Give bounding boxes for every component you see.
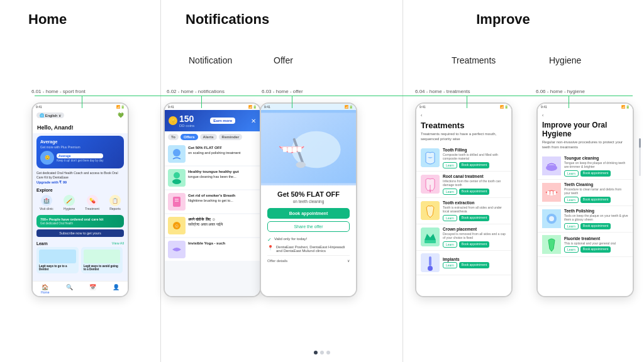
treat-item-1[interactable]: Tooth Filling Composite tooth is drilled… [416, 145, 511, 172]
treat-desc-3: Tooth is extracted from all sides and un… [443, 206, 507, 214]
learn-btn-2[interactable]: Learn [443, 189, 457, 195]
treat-item-5[interactable]: Implants Learn Book appointment [416, 251, 511, 275]
coin-number: 150 [179, 114, 194, 124]
treat-item-3[interactable]: Tooth extraction Tooth is extracted from… [416, 198, 511, 224]
notification-sub: Notification [189, 55, 232, 65]
home-icon-clinic[interactable]: 🏥 Visit clinic [40, 195, 53, 211]
treat-item-4[interactable]: Crown placement Decayed is removed from … [416, 224, 511, 251]
hygiene-book-btn-3[interactable]: Book appointment [580, 223, 611, 229]
subscribe-btn[interactable]: Subscribe now to get yours [36, 229, 124, 237]
view-all-btn[interactable]: View All [112, 241, 124, 246]
learn-card-1[interactable]: Legit ways to go to a Dentist [36, 247, 79, 273]
learn-card-2[interactable]: Legit ways to avoid going to a Dentist [81, 247, 123, 273]
learn-card-title-2: Legit ways to avoid going to a Dentist [84, 265, 121, 271]
notif-tabs: To Offers Alerts Reminder [165, 131, 260, 143]
flow-drop-hygiene [569, 96, 569, 108]
notif-text-3: Get rid of smoker's Breath Nighttime bru… [188, 193, 235, 204]
notif-item-4[interactable]: ☺ अपने दांतो के लिए ☺ सर्वश्रेष्ठ अक्ल अ… [165, 214, 260, 237]
treat-btns-5: Learn Book appointment [443, 262, 507, 268]
notif-text-2: Healthy toungue healthy gut tongue clean… [188, 169, 239, 180]
notif-desc-3: Nighttime brushing to get to... [188, 199, 235, 204]
notif-img-5 [168, 241, 186, 258]
earn-more-btn[interactable]: Earn more [210, 118, 235, 124]
tab-alerts[interactable]: Alerts [200, 134, 217, 140]
learn-btn-3[interactable]: Learn [443, 215, 457, 221]
home-icon-hygiene[interactable]: 🪥 Hygiene [64, 195, 75, 211]
notif-item-1[interactable]: Get 50% FLAT OFF on scaling and polishin… [165, 143, 260, 165]
hygiene-learn-btn-3[interactable]: Learn [564, 223, 579, 229]
tab-offers[interactable]: Offers [180, 134, 198, 140]
nav-profile[interactable]: 👤 [113, 284, 119, 294]
book-btn-3[interactable]: Book appointment [459, 215, 489, 221]
lang-selector[interactable]: 🌐 English ∨ [36, 112, 64, 118]
treat-title-4: Crown placement [443, 227, 507, 231]
home-card-action: Keep it up! don't get there day by day [57, 159, 103, 162]
tab-reminder[interactable]: Reminder [219, 134, 243, 140]
hygiene-content-1: Toungue cleaning Tongue on keep the plaq… [564, 156, 628, 177]
book-btn-1[interactable]: Book appointment [459, 162, 489, 168]
notif-item-3[interactable]: Get rid of smoker's Breath Nighttime bru… [165, 190, 260, 213]
learn-btn-5[interactable]: Learn [443, 262, 457, 268]
nav-home[interactable]: 🏠 Home [41, 284, 49, 294]
svg-rect-19 [293, 147, 297, 153]
hygiene-learn-btn-2[interactable]: Learn [564, 197, 579, 203]
home-card-title: Average [40, 140, 120, 144]
book-btn-4[interactable]: Book appointment [459, 241, 489, 248]
home-icon-reports[interactable]: 📋 Reports [109, 195, 121, 211]
treat-btns-1: Learn Book appointment [443, 162, 507, 168]
dot-1 [314, 351, 318, 354]
hygiene-item-2[interactable]: Teeth Cleaning Procedure to clean tartar… [538, 180, 633, 206]
home-greeting: Hello, Anand! [37, 124, 123, 131]
treat-btns-2: Learn Book appointment [443, 189, 507, 195]
offer-book-btn[interactable]: Book appointment [267, 208, 350, 219]
teeth-clean-img [542, 183, 561, 202]
offer-share-btn[interactable]: Share the offer [267, 221, 350, 232]
hygiene-item-4[interactable]: Fluoride treatment This is optional and … [538, 233, 633, 257]
treat-status-bar: 9:41📶 🔋 [416, 104, 511, 110]
teeth-polish-img [542, 209, 561, 228]
hygiene-book-btn-1[interactable]: Book appointment [580, 170, 611, 177]
treatments-phone: 9:41📶 🔋 ‹ Treatments Treatments required… [415, 102, 513, 297]
nav-search[interactable]: 🔍 [66, 284, 73, 294]
learn-btn-4[interactable]: Learn [443, 241, 457, 248]
clinic-icon: 🏥 [41, 195, 52, 206]
learn-btn-1[interactable]: Learn [443, 162, 457, 168]
home-bottom-nav: 🏠 Home 🔍 📅 👤 [33, 281, 128, 296]
hygiene-book-btn-2[interactable]: Book appointment [580, 197, 611, 203]
treat-content-4: Crown placement Decayed is removed from … [443, 227, 507, 248]
offer-details-row[interactable]: Offer details ∨ [267, 255, 350, 265]
hygiene-learn-btn-1[interactable]: Learn [564, 170, 579, 177]
offer-content: Get 50% FLAT OFF on teeth cleaning Book … [261, 185, 356, 270]
hygiene-title-3: Teeth Polishing [564, 209, 628, 213]
hygiene-item-3[interactable]: Teeth Polishing Tools on keep the plaque… [538, 206, 633, 233]
learn-card-img-2 [84, 250, 121, 263]
close-icon[interactable]: ✕ [251, 118, 256, 124]
notif-item-5[interactable]: Invisible Yoga - such [165, 238, 260, 261]
svg-point-1 [173, 149, 180, 156]
learn-label: Learn [36, 241, 48, 246]
offer-valid-text: Valid only for today! [274, 237, 307, 241]
breadcrumb-offer: 6.03 - home - offer [262, 89, 303, 94]
home-icon-treatment[interactable]: 💊 Treatment [85, 195, 99, 211]
hygiene-back-icon[interactable]: ‹ [542, 113, 543, 118]
book-btn-5[interactable]: Book appointment [459, 262, 489, 268]
book-btn-2[interactable]: Book appointment [459, 189, 489, 195]
coin-icon: 🪙 [169, 116, 177, 125]
back-icon[interactable]: ‹ [421, 113, 422, 118]
nav-calendar[interactable]: 📅 [89, 284, 96, 294]
scroll-thumb [639, 138, 641, 148]
root-canal-img [421, 175, 440, 194]
hygiene-item-1[interactable]: Toungue cleaning Tongue on keep the plaq… [538, 153, 633, 180]
learn-section-header: Learn View All [33, 239, 128, 247]
hygiene-learn-btn-4[interactable]: Learn [564, 246, 579, 253]
home-upgrade[interactable]: Upgrade with ₹ 99 [36, 180, 124, 184]
notif-item-2[interactable]: Healthy toungue healthy gut tongue clean… [165, 167, 260, 189]
treat-btns-4: Learn Book appointment [443, 241, 507, 248]
tab-to[interactable]: To [168, 134, 179, 140]
notif-img-3 [168, 193, 186, 211]
treat-item-2[interactable]: Root canal treatment Infections from the… [416, 172, 511, 198]
hygiene-label: Hygiene [64, 207, 75, 211]
check-icon-1: ✓ [267, 237, 272, 243]
treat-btns-3: Learn Book appointment [443, 215, 507, 221]
hygiene-book-btn-4[interactable]: Book appointment [580, 246, 611, 253]
